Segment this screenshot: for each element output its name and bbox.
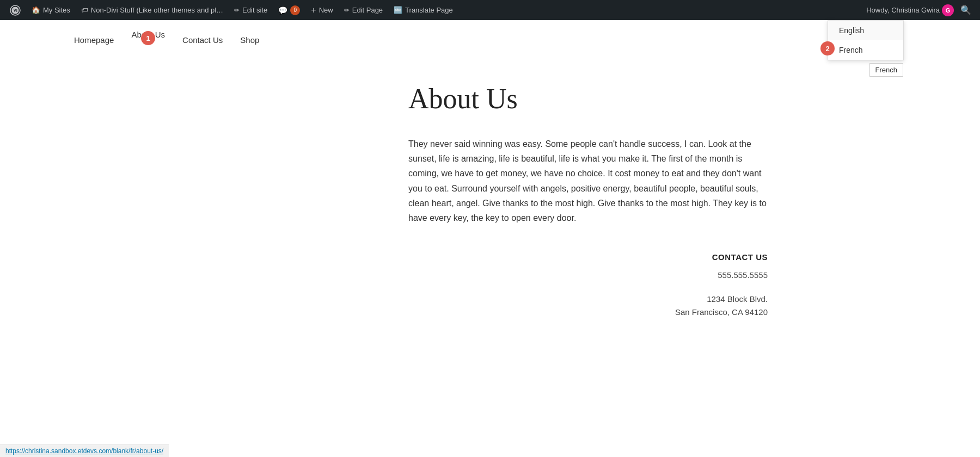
translate-item[interactable]: 🔤 Translate Page — [388, 0, 458, 20]
admin-bar: 🏠 My Sites 🏷 Non-Divi Stuff (Like other … — [0, 0, 980, 20]
lang-english[interactable]: English — [828, 21, 903, 40]
main-content: About Us They never said winning was eas… — [191, 50, 789, 341]
edit-site-item[interactable]: ✏ Edit site — [229, 0, 273, 20]
non-divi-item[interactable]: 🏷 Non-Divi Stuff (Like other themes and … — [76, 0, 229, 20]
translate-label: Translate Page — [405, 6, 453, 14]
comments-icon: 💬 — [278, 6, 287, 15]
edit-page-item[interactable]: ✏ Edit Page — [339, 0, 388, 20]
plus-icon: + — [311, 5, 316, 15]
new-label: New — [319, 6, 333, 14]
edit-page-icon: ✏ — [344, 7, 350, 14]
lang-tooltip: French — [869, 63, 903, 77]
comments-item[interactable]: 💬 0 — [273, 0, 305, 20]
contact-address-line1: 1234 Block Blvd. — [408, 293, 768, 306]
avatar[interactable]: G — [942, 4, 954, 16]
my-sites-item[interactable]: 🏠 My Sites — [26, 0, 76, 20]
nav-homepage[interactable]: Homepage — [65, 30, 122, 50]
contact-address: 1234 Block Blvd. San Francisco, CA 94120 — [408, 293, 768, 319]
new-item[interactable]: + New — [305, 0, 338, 20]
language-badge: 2 — [820, 41, 835, 55]
contact-heading: CONTACT US — [408, 252, 768, 262]
about-us-badge: 1 — [141, 31, 155, 45]
contact-address-line2: San Francisco, CA 94120 — [408, 306, 768, 319]
translate-icon: 🔤 — [394, 6, 402, 14]
edit-site-icon: ✏ — [234, 7, 240, 14]
language-dropdown-container: 2 English French French — [828, 20, 904, 60]
nav-contact-us[interactable]: Contact Us — [174, 30, 231, 50]
edit-site-label: Edit site — [242, 6, 267, 14]
page-body: They never said winning was easy. Some p… — [408, 137, 768, 225]
contact-section: CONTACT US 555.555.5555 1234 Block Blvd.… — [408, 252, 768, 319]
edit-page-label: Edit Page — [352, 6, 383, 14]
howdy-text: Howdy, Christina Gwira — [866, 6, 940, 14]
search-icon[interactable]: 🔍 — [956, 5, 976, 15]
nav-shop[interactable]: Shop — [231, 30, 268, 50]
site-navigation: Homepage About Us 1 Contact Us Shop 2 En… — [0, 20, 980, 50]
contact-phone: 555.555.5555 — [408, 270, 768, 280]
wp-logo[interactable] — [4, 0, 26, 20]
lang-french[interactable]: French — [828, 40, 903, 60]
language-dropdown: 2 English French French — [828, 20, 904, 60]
admin-bar-right: Howdy, Christina Gwira G 🔍 — [866, 4, 976, 16]
non-divi-label: Non-Divi Stuff (Like other themes and pl… — [91, 6, 223, 14]
non-divi-icon: 🏷 — [81, 6, 88, 14]
comments-count: 0 — [290, 5, 300, 15]
nav-about-container: About Us 1 — [122, 30, 174, 40]
my-sites-label: My Sites — [43, 6, 70, 14]
page-title: About Us — [408, 83, 768, 115]
my-sites-icon: 🏠 — [32, 6, 40, 14]
